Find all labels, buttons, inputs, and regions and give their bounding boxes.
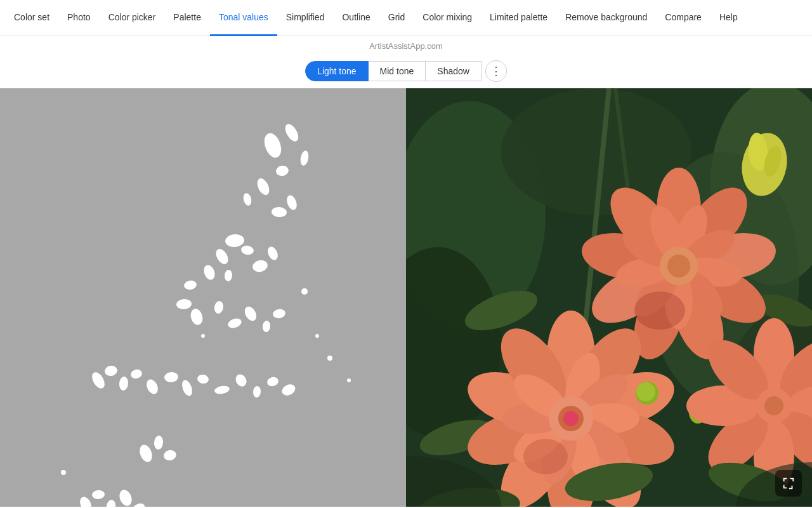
nav-remove-background[interactable]: Remove background [556, 0, 656, 36]
original-photo-panel [406, 88, 812, 507]
nav-photo[interactable]: Photo [58, 0, 100, 36]
light-tone-button[interactable]: Light tone [305, 61, 369, 81]
svg-point-47 [301, 288, 308, 295]
nav-grid[interactable]: Grid [379, 0, 414, 36]
more-options-button[interactable]: ⋮ [485, 60, 507, 82]
tone-bar: Light tone Mid tone Shadow ⋮ [0, 55, 812, 88]
svg-point-48 [315, 334, 319, 338]
svg-point-113 [636, 382, 655, 401]
flower-photo [406, 88, 812, 507]
svg-point-126 [523, 439, 568, 474]
svg-point-111 [563, 411, 579, 426]
svg-point-50 [347, 378, 351, 382]
content-area [0, 88, 812, 507]
nav-help[interactable]: Help [710, 0, 747, 36]
top-navigation: Color set Photo Color picker Palette Ton… [0, 0, 812, 36]
svg-point-124 [764, 396, 783, 415]
nav-color-set[interactable]: Color set [5, 0, 58, 36]
fullscreen-icon [782, 476, 796, 490]
tonal-mask-svg [0, 88, 406, 507]
nav-limited-palette[interactable]: Limited palette [481, 0, 556, 36]
svg-point-49 [327, 356, 332, 361]
nav-color-picker[interactable]: Color picker [100, 0, 165, 36]
svg-point-45 [61, 470, 66, 475]
subtitle-bar: ArtistAssistApp.com [0, 36, 812, 55]
mid-tone-button[interactable]: Mid tone [369, 61, 426, 81]
svg-rect-0 [0, 88, 406, 507]
svg-point-46 [201, 334, 205, 338]
shadow-button[interactable]: Shadow [426, 61, 481, 81]
fullscreen-button[interactable] [775, 470, 802, 497]
svg-point-89 [667, 255, 690, 277]
app-subtitle: ArtistAssistApp.com [369, 41, 443, 51]
nav-color-mixing[interactable]: Color mixing [414, 0, 481, 36]
nav-outline[interactable]: Outline [333, 0, 379, 36]
nav-tonal-values[interactable]: Tonal values [210, 0, 277, 36]
tonal-mask-panel [0, 88, 406, 507]
nav-simplified[interactable]: Simplified [277, 0, 334, 36]
nav-palette[interactable]: Palette [164, 0, 210, 36]
svg-point-125 [634, 291, 685, 330]
nav-compare[interactable]: Compare [656, 0, 710, 36]
